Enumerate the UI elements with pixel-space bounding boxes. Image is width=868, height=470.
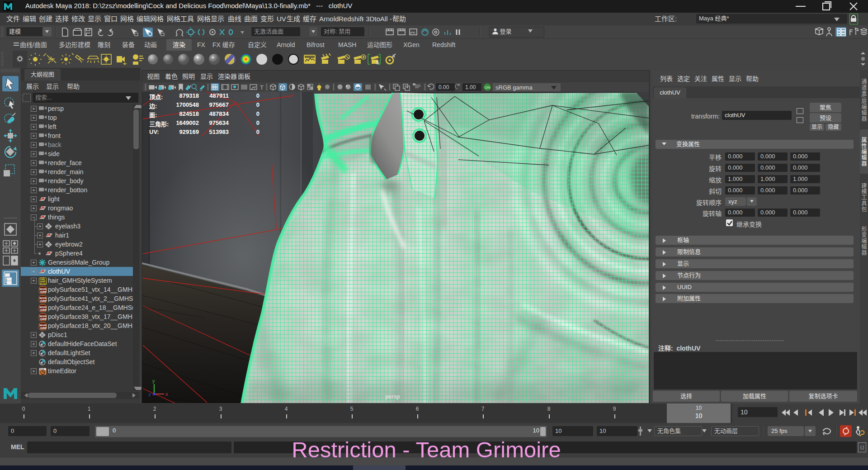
- svg-text:IPR: IPR: [410, 31, 415, 34]
- svg-text:GRP: GRP: [40, 290, 47, 294]
- svg-text:GRP: GRP: [40, 309, 47, 312]
- svg-text:z: z: [148, 392, 151, 397]
- svg-text:ON: ON: [485, 85, 490, 90]
- svg-text:GRP: GRP: [40, 327, 47, 330]
- svg-text:MAIN: MAIN: [40, 315, 47, 318]
- svg-text:MAIN: MAIN: [40, 324, 47, 327]
- svg-text:y: y: [152, 378, 155, 384]
- svg-text:1.00: 1.00: [465, 84, 476, 90]
- svg-text:sRGB gamma: sRGB gamma: [495, 84, 533, 91]
- svg-text:MAIN: MAIN: [40, 297, 47, 299]
- svg-text:T: T: [260, 84, 264, 91]
- svg-text:x: x: [165, 391, 168, 397]
- svg-text:GRP: GRP: [40, 299, 47, 303]
- svg-text:0.00: 0.00: [439, 84, 449, 90]
- svg-text:MAIN: MAIN: [40, 288, 47, 290]
- svg-text:GRP: GRP: [40, 318, 47, 321]
- svg-text:MAIN: MAIN: [40, 306, 47, 309]
- svg-text:persp: persp: [385, 394, 400, 400]
